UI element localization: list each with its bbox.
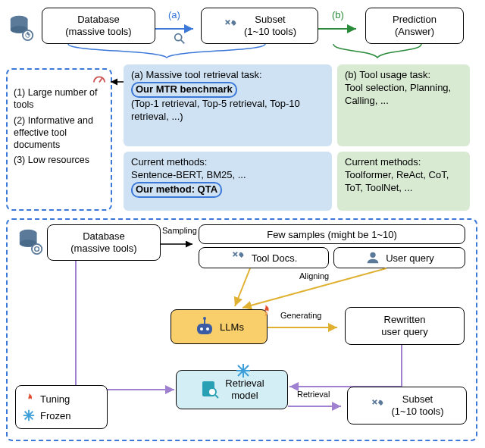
snowflake-icon: [22, 409, 36, 422]
rewritten-l1: Rewritten: [384, 314, 426, 326]
generating-label: Generating: [280, 311, 321, 320]
flow-subset-sub: (1~10 tools): [391, 406, 443, 418]
arrow-b: [318, 21, 364, 36]
legend-frozen: Frozen: [40, 410, 70, 421]
arrow-sampling: [161, 238, 199, 250]
top-prediction-title: Prediction: [393, 14, 436, 26]
panel-b-methods: Current methods: Toolformer, ReAct, CoT,…: [337, 152, 470, 211]
top-database-title: Database: [77, 14, 120, 26]
arrow-b-label: (b): [332, 9, 344, 20]
retrieval-label: Retrieval: [297, 390, 330, 399]
arrow-a-label: (a): [168, 9, 180, 20]
rewritten-l2: user query: [381, 326, 427, 338]
panel-a-heading: (a) Massive tool retrieval task:: [131, 69, 324, 82]
tools-icon-subset: [370, 397, 386, 414]
top-database-sub: (massive tools): [65, 26, 131, 38]
svg-line-8: [99, 78, 102, 82]
requirements-box: (1) Large number of tools (2) Informativ…: [6, 68, 112, 211]
legend-tuning: Tuning: [40, 393, 70, 405]
panel-b-methods-label: Current methods:: [345, 156, 462, 169]
panel-a-detail: (Top-1 retrieval, Top-5 retrieval, Top-1…: [131, 98, 324, 124]
sampling-label: Sampling: [162, 226, 197, 235]
retrieval-l1: Retrieval: [225, 378, 264, 390]
panel-a-methods: Current methods: Sentence-BERT, BM25, ..…: [124, 152, 332, 211]
user-query-box: User query: [333, 247, 465, 268]
fire-icon-llm: [258, 303, 273, 318]
panel-a-ourmethod: Our method: QTA: [131, 182, 222, 198]
panel-a-methods-list: Sentence-BERT, BM25, ...: [131, 169, 324, 182]
few-samples-box: Few samples (might be 1~10): [199, 224, 465, 244]
panel-a-methods-label: Current methods:: [131, 156, 324, 169]
rewritten-box: Rewritten user query: [345, 307, 465, 345]
brace-blue: [68, 44, 273, 65]
database-icon: [8, 14, 36, 42]
svg-line-26: [215, 395, 218, 398]
flow-database-title: Database: [83, 230, 125, 243]
brace-green: [333, 44, 424, 65]
svg-point-12: [32, 244, 42, 254]
panel-b-detail: Tool selection, Planning, Calling, ...: [345, 82, 462, 108]
svg-point-25: [208, 388, 216, 396]
legend-box: Tuning Frozen: [15, 385, 108, 429]
top-subset-sub: (1~10 tools): [244, 26, 296, 38]
retrieval-l2: model: [225, 390, 264, 402]
few-samples-text: Few samples (might be 1~10): [267, 229, 397, 240]
top-prediction-box: Prediction (Answer): [365, 8, 464, 44]
req-3: (3) Low resources: [14, 154, 105, 166]
flow-database-box: Database (massive tools): [47, 224, 161, 261]
user-query-text: User query: [386, 252, 434, 264]
fire-icon: [22, 392, 36, 406]
svg-line-6: [181, 40, 185, 44]
arrow-retrieval: [288, 400, 347, 412]
svg-point-15: [371, 252, 376, 258]
req-2: (2) Informative and effective tool docum…: [14, 114, 105, 152]
retrieval-model-box: Retrieval model: [176, 370, 288, 409]
database-icon-flow: [17, 227, 45, 256]
panel-a-task: (a) Massive tool retrieval task: Our MTR…: [124, 64, 332, 146]
tool-docs-text: Tool Docs.: [252, 252, 298, 264]
panel-b-methods-list: Toolformer, ReAct, CoT, ToT, ToolNet, ..…: [345, 169, 462, 195]
top-prediction-sub: (Answer): [395, 26, 434, 38]
tools-icon: [223, 17, 239, 34]
panel-a-ourbench: Our MTR benchmark: [131, 82, 237, 98]
req-1: (1) Large number of tools: [14, 86, 105, 111]
snowflake-icon-retrieval: [235, 362, 252, 379]
flow-database-sub: (massive tools): [70, 243, 136, 255]
arrow-generating: [268, 321, 343, 334]
gauge-icon: [92, 73, 106, 86]
flow-subset-box: Subset (1~10 tools): [347, 387, 467, 425]
top-subset-box: Subset (1~10 tools): [201, 8, 318, 44]
top-database-box: Database (massive tools): [42, 8, 155, 44]
panel-b-task: (b) Tool usage task: Tool selection, Pla…: [337, 64, 470, 146]
svg-point-5: [175, 34, 182, 41]
search-doc-icon: [199, 379, 221, 400]
top-subset-title: Subset: [244, 14, 296, 26]
panel-b-heading: (b) Tool usage task:: [345, 69, 462, 82]
flow-subset-title: Subset: [391, 393, 443, 406]
aligning-label: Aligning: [299, 271, 329, 280]
user-icon: [365, 249, 381, 266]
